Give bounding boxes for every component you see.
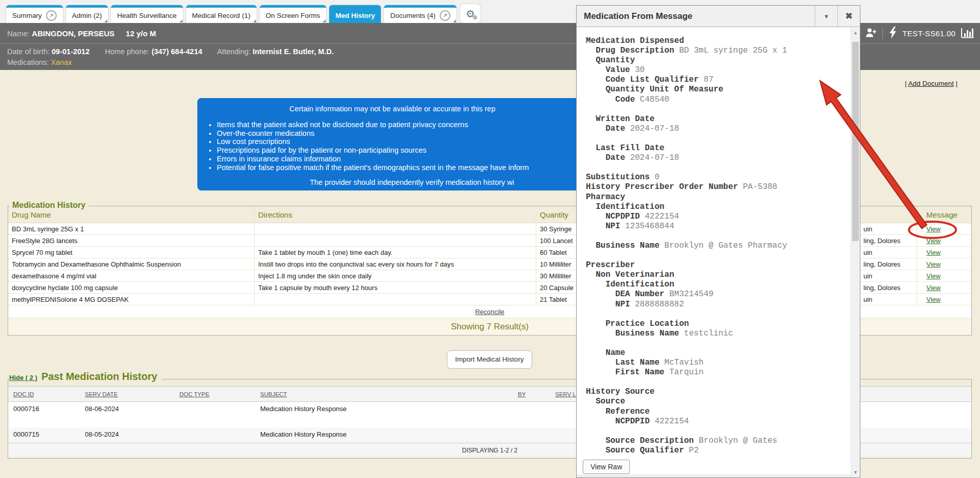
lightning-icon[interactable] — [888, 26, 897, 41]
view-message-link[interactable]: View — [926, 225, 941, 233]
scroll-down-arrow-icon[interactable]: ▼ — [851, 468, 860, 476]
field-label: First Name — [616, 368, 665, 377]
tab-label: Medical Record (1) — [192, 12, 250, 19]
column-header-doc-id[interactable]: DOC ID — [13, 391, 34, 397]
import-medical-history-button[interactable]: Import Medical History — [447, 350, 532, 369]
add-person-icon[interactable] — [865, 27, 877, 40]
system-code: TEST-SS61.00 — [902, 29, 955, 38]
reconcile-link[interactable]: Reconcile — [475, 308, 504, 316]
tab-documents-4[interactable]: Documents (4) — [384, 5, 457, 23]
field-label: NPI — [605, 222, 620, 231]
message-cell: View — [917, 270, 971, 281]
medication-from-message-dialog: Medication From Message ▼ ✖ Medication D… — [576, 5, 860, 478]
external-link-icon[interactable] — [440, 10, 450, 21]
attending-value: Internist E. Butler, M.D. — [253, 47, 334, 56]
field-value: Brooklyn @ Gates Pharmacy — [659, 241, 787, 250]
tab-label: Documents (4) — [390, 12, 436, 19]
scroll-up-arrow-icon[interactable]: ▲ — [851, 29, 860, 37]
vertical-scrollbar[interactable]: ▲ ▼ — [851, 28, 860, 477]
attending-label: Attending: — [217, 47, 250, 56]
dialog-close-button[interactable]: ✖ — [837, 6, 860, 27]
field-value: Brooklyn @ Gates — [694, 436, 777, 445]
directions-cell — [255, 223, 536, 234]
serv-date-cell: 08-06-2024 — [80, 402, 174, 413]
tab-med-history[interactable]: Med History — [329, 5, 381, 23]
horizontal-scrollbar[interactable] — [577, 474, 851, 477]
message-line: Source — [586, 397, 851, 407]
field-value: 4222154 — [650, 417, 689, 426]
dropdown-fold-icon — [453, 19, 456, 22]
dialog-collapse-button[interactable]: ▼ — [815, 6, 837, 27]
directions-cell: Inject 1.8 mg under the skin once daily — [255, 270, 536, 281]
column-header-serv-date[interactable]: SERV DATE — [85, 391, 118, 397]
view-message-link[interactable]: View — [926, 272, 941, 280]
drug-name-cell: dexamethasone 4 mg/ml vial — [8, 270, 255, 281]
dialog-title: Medication From Message — [577, 6, 815, 27]
field-value: 87 — [699, 75, 714, 84]
add-document-link[interactable]: | Add Document | — [905, 80, 958, 87]
field-label: Substitutions — [586, 173, 650, 182]
scrollbar-thumb[interactable] — [852, 42, 859, 241]
external-link-icon[interactable] — [46, 10, 57, 21]
field-label: Date — [605, 124, 625, 133]
message-line — [586, 251, 851, 260]
tab-label: On Screen Forms — [266, 12, 321, 19]
message-cell: View — [917, 258, 971, 270]
tab-medical-record-1[interactable]: Medical Record (1) — [186, 5, 257, 23]
medications-value[interactable]: Xanax — [51, 58, 72, 66]
view-message-link[interactable]: View — [926, 296, 941, 303]
tab-summary[interactable]: Summary — [6, 5, 63, 23]
toolbar-right: TEST-SS61.00 — [865, 23, 974, 43]
field-label: Value — [605, 65, 630, 75]
view-message-link[interactable]: View — [926, 237, 941, 245]
view-message-link[interactable]: View — [926, 284, 941, 292]
drug-name-cell: Sprycel 70 mg tablet — [8, 247, 255, 258]
column-header-doc-type[interactable]: DOC TYPE — [179, 391, 210, 397]
field-label: Business Name — [596, 241, 659, 250]
hide-link[interactable]: Hide ( 2 ) — [9, 374, 37, 381]
message-line: Source Description Brooklyn @ Gates — [586, 436, 851, 446]
directions-cell: Instill two drops into the conjunctival … — [255, 258, 536, 270]
field-label: Drug Description — [596, 46, 674, 55]
message-line: Written Date — [586, 114, 851, 124]
message-line: History Source — [586, 387, 851, 397]
column-header-by[interactable]: BY — [518, 391, 526, 397]
field-value: Tarquin — [665, 368, 704, 377]
message-line — [586, 231, 851, 241]
field-label: DEA Number — [616, 290, 665, 299]
tab-admin-2[interactable]: Admin (2) — [66, 5, 108, 23]
field-label: Prescriber — [586, 260, 635, 270]
pipe-left: | — [905, 80, 907, 87]
field-label: Medication Dispensed — [586, 36, 684, 45]
medication-history-title: Medication History — [9, 201, 88, 210]
add-document-label[interactable]: Add Document — [908, 80, 953, 87]
settings-button[interactable]: ⚙ ⚙ — [460, 4, 481, 23]
subject-cell: Medication History Response — [255, 427, 513, 438]
doc-id-cell: 0000715 — [8, 427, 80, 438]
field-label: Business Name — [616, 329, 679, 338]
view-raw-button[interactable]: View Raw — [583, 460, 630, 474]
message-line: Name — [586, 348, 851, 358]
dropdown-fold-icon — [253, 19, 256, 22]
message-line — [586, 426, 851, 436]
message-line: Identification — [586, 202, 851, 212]
chart-icon[interactable] — [961, 27, 974, 40]
message-line: Value 30 — [586, 65, 851, 75]
message-line: Non Veterinarian — [586, 270, 851, 280]
medications-label: Medications: — [7, 58, 49, 66]
field-value: 2024-07-18 — [625, 124, 679, 133]
message-line: First Name Tarquin — [586, 368, 851, 377]
column-header-subject[interactable]: SUBJECT — [260, 391, 287, 397]
dialog-titlebar[interactable]: Medication From Message ▼ ✖ — [577, 6, 860, 27]
field-label: History Source — [586, 387, 654, 396]
message-line: NPI 1235468844 — [586, 222, 851, 231]
tab-on-screen-forms[interactable]: On Screen Forms — [260, 5, 327, 23]
tab-health-surveillance[interactable]: Health Surveillance — [111, 5, 183, 23]
dob-label: Date of birth: — [7, 47, 50, 56]
dropdown-fold-icon — [323, 19, 326, 22]
close-icon: ✖ — [845, 11, 852, 21]
view-message-link[interactable]: View — [926, 260, 941, 268]
doc-type-cell — [174, 427, 255, 431]
field-label: Source Description — [605, 436, 694, 445]
view-message-link[interactable]: View — [926, 249, 941, 256]
